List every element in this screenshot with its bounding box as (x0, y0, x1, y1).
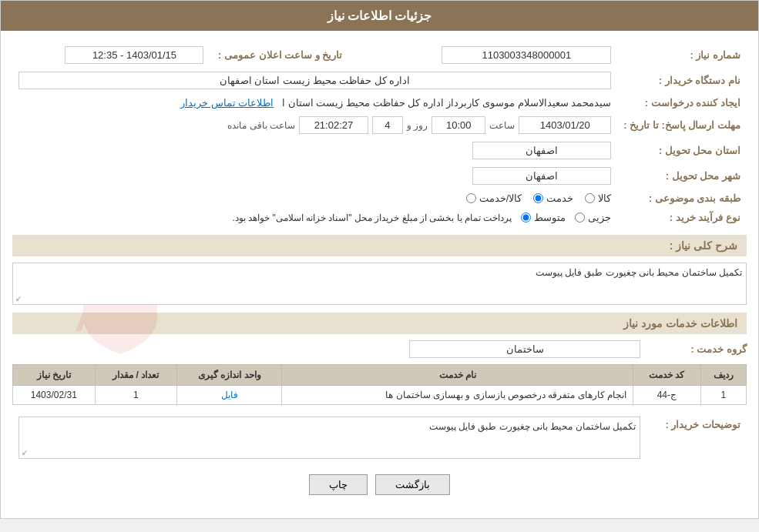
creator-row: ایجاد کننده درخواست : سیدمحمد سعیدالاسلا… (12, 93, 747, 112)
buyer-notes-label: توضیحات خریدار : (646, 413, 747, 463)
city-label: شهر محل تحویل : (617, 163, 747, 189)
creator-link[interactable]: اطلاعات تماس خریدار (180, 97, 274, 109)
announce-value: 1403/01/15 - 12:35 (12, 42, 210, 68)
province-row: استان محل تحویل : اصفهان (12, 138, 747, 163)
col-header-name: نام خدمت (282, 365, 633, 386)
province-value: اصفهان (12, 138, 617, 163)
summary-wrapper: A تکمیل ساختمان محیط بانی چغیورت طبق فای… (12, 263, 747, 305)
page-container: جزئیات اطلاعات نیاز شماره نیاز : 1103003… (0, 0, 759, 519)
summary-section-title: شرح کلی نیاز : (12, 235, 747, 256)
process-note: پرداخت تمام یا بخشی از مبلغ خریداز محل "… (232, 212, 512, 223)
category-row: طبقه بندی موضوعی : کالا خدمت کالا/خدمت (12, 189, 747, 208)
city-row: شهر محل تحویل : اصفهان (12, 163, 747, 189)
announce-label: تاریخ و ساعت اعلان عمومی : (210, 42, 348, 68)
creator-name: سیدمحمد سعیدالاسلام موسوی کاربرداز اداره… (282, 97, 611, 109)
creator-label: ایجاد کننده درخواست : (617, 93, 747, 112)
process-motavaset-item: متوسط (521, 212, 566, 223)
need-number-input: 1103003348000001 (442, 46, 611, 64)
summary-text: تکمیل ساختمان محیط بانی چغیورت طبق فایل … (17, 267, 742, 278)
cell-date-1: 1403/02/31 (13, 386, 96, 405)
col-header-unit: واحد اندازه گیری (177, 365, 282, 386)
buyer-org-input: اداره کل حفاظت محیط زیست استان اصفهان (18, 72, 611, 89)
category-khadamat-item: خدمت (533, 192, 573, 204)
deadline-date-input: 1403/01/20 (519, 116, 611, 134)
buyer-org-value: اداره کل حفاظت محیط زیست استان اصفهان (12, 68, 617, 93)
service-group-input: ساختمان (409, 340, 640, 358)
back-button[interactable]: بازگشت (375, 474, 450, 495)
process-flex: جزیی متوسط پرداخت تمام یا بخشی از مبلغ خ… (18, 212, 611, 223)
category-kala-khadamat-label: کالا/خدمت (479, 192, 522, 204)
city-input: اصفهان (472, 167, 611, 185)
col-header-row: ردیف (700, 365, 746, 386)
process-label: نوع فرآیند خرید : (617, 208, 747, 227)
remaining-label: ساعت باقی مانده (227, 120, 295, 131)
cell-qty-1: 1 (95, 386, 176, 405)
need-number-value: 1103003348000001 (379, 42, 617, 68)
process-row: نوع فرآیند خرید : جزیی متوسط پرداخت تمام… (12, 208, 747, 227)
process-jozi-radio[interactable] (575, 212, 585, 223)
page-title: جزئیات اطلاعات نیاز (327, 9, 432, 22)
info-table: شماره نیاز : 1103003348000001 تاریخ و سا… (12, 42, 747, 227)
buyer-org-label: نام دستگاه خریدار : (617, 68, 747, 93)
category-radio-group: کالا خدمت کالا/خدمت (18, 192, 611, 204)
cell-row-1: 1 (700, 386, 746, 405)
announce-input: 1403/01/15 - 12:35 (65, 46, 203, 64)
cell-unit-1: فایل (177, 386, 282, 405)
need-number-row: شماره نیاز : 1103003348000001 تاریخ و سا… (12, 42, 747, 68)
deadline-days-label: روز و (407, 120, 428, 131)
col-header-qty: تعداد / مقدار (95, 365, 176, 386)
services-table-header-row: ردیف کد خدمت نام خدمت واحد اندازه گیری ت… (13, 365, 747, 386)
process-motavaset-label: متوسط (534, 212, 566, 223)
need-number-label: شماره نیاز : (617, 42, 747, 68)
process-motavaset-radio[interactable] (521, 212, 531, 223)
city-value: اصفهان (12, 163, 617, 189)
process-jozi-item: جزیی (575, 212, 611, 223)
category-kala-radio[interactable] (585, 193, 595, 203)
resize-handle-notes: ↙ (22, 448, 28, 457)
category-khadamat-label: خدمت (546, 192, 573, 204)
summary-with-watermark: A تکمیل ساختمان محیط بانی چغیورت طبق فای… (12, 263, 747, 305)
services-table-body: 1 ج-44 انجام کارهای متفرقه درخصوص بازساز… (13, 386, 747, 405)
main-content: شماره نیاز : 1103003348000001 تاریخ و سا… (1, 31, 758, 518)
buttons-row: بازگشت چاپ (12, 474, 747, 495)
creator-value: سیدمحمد سعیدالاسلام موسوی کاربرداز اداره… (12, 93, 617, 112)
category-label: طبقه بندی موضوعی : (617, 189, 747, 208)
services-table-head: ردیف کد خدمت نام خدمت واحد اندازه گیری ت… (13, 365, 747, 386)
table-row: 1 ج-44 انجام کارهای متفرقه درخصوص بازساز… (13, 386, 747, 405)
deadline-row-content: 1403/01/20 ساعت 10:00 روز و 4 21:02:27 س… (12, 112, 617, 138)
summary-box: تکمیل ساختمان محیط بانی چغیورت طبق فایل … (12, 263, 747, 305)
process-options: جزیی متوسط پرداخت تمام یا بخشی از مبلغ خ… (12, 208, 617, 227)
cell-name-1: انجام کارهای متفرقه درخصوص بازسازی و بهس… (282, 386, 633, 405)
buyer-notes-box: تکمیل ساختمان محیط بانی چغیورت طبق فایل … (18, 417, 640, 459)
buyer-org-row: نام دستگاه خریدار : اداره کل حفاظت محیط … (12, 68, 747, 93)
province-label: استان محل تحویل : (617, 138, 747, 163)
buyer-notes-cell: تکمیل ساختمان محیط بانی چغیورت طبق فایل … (12, 413, 646, 463)
deadline-time-label: ساعت (489, 120, 515, 131)
services-table: ردیف کد خدمت نام خدمت واحد اندازه گیری ت… (12, 364, 747, 405)
print-button[interactable]: چاپ (309, 474, 368, 495)
notes-row: توضیحات خریدار : تکمیل ساختمان محیط بانی… (12, 413, 747, 463)
page-header: جزئیات اطلاعات نیاز (1, 1, 758, 31)
category-kala-khadamat-item: کالا/خدمت (466, 192, 522, 204)
buyer-notes-text: تکمیل ساختمان محیط بانی چغیورت طبق فایل … (23, 421, 636, 432)
province-input: اصفهان (472, 142, 611, 159)
deadline-days-input: 4 (372, 116, 403, 134)
remaining-time-input: 21:02:27 (299, 116, 368, 134)
col-header-date: تاریخ نیاز (13, 365, 96, 386)
deadline-label: مهلت ارسال پاسخ: تا تاریخ : (617, 112, 747, 138)
process-jozi-label: جزیی (588, 212, 611, 223)
category-kala-label: کالا (598, 192, 611, 204)
deadline-row: مهلت ارسال پاسخ: تا تاریخ : 1403/01/20 س… (12, 112, 747, 138)
col-header-code: کد خدمت (633, 365, 701, 386)
category-kala-item: کالا (585, 192, 611, 204)
category-options: کالا خدمت کالا/خدمت (12, 189, 617, 208)
category-khadamat-radio[interactable] (533, 193, 543, 203)
deadline-flex: 1403/01/20 ساعت 10:00 روز و 4 21:02:27 س… (18, 116, 611, 134)
cell-code-1: ج-44 (633, 386, 701, 405)
category-kala-khadamat-radio[interactable] (466, 193, 476, 203)
service-group-label: گروه خدمت : (646, 343, 747, 355)
resize-handle-summary: ↙ (15, 294, 22, 303)
deadline-time-input: 10:00 (432, 116, 485, 134)
notes-table: توضیحات خریدار : تکمیل ساختمان محیط بانی… (12, 413, 747, 463)
